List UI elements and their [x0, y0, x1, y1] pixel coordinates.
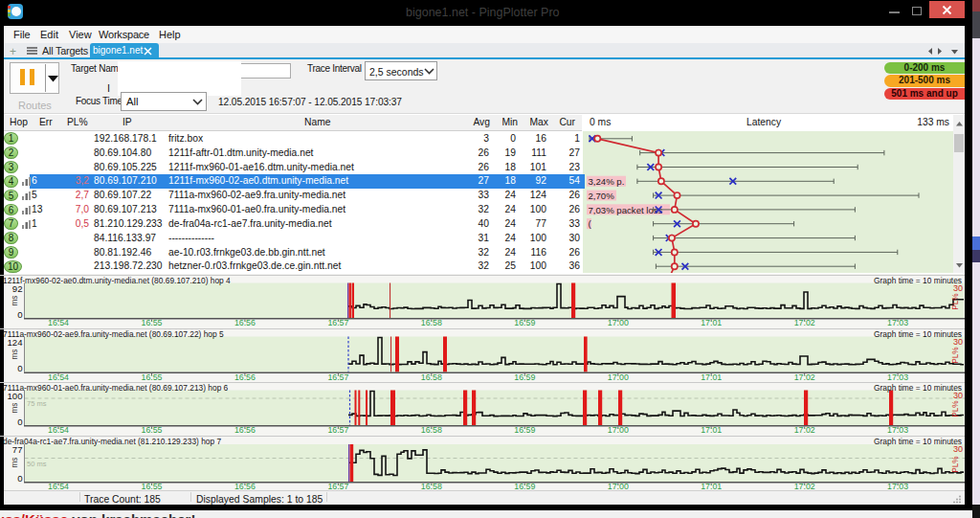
svg-text:30: 30	[953, 391, 963, 400]
svg-text:3,24% p.: 3,24% p.	[589, 176, 625, 187]
svg-text:17:02: 17:02	[794, 318, 815, 327]
svg-text:17:03: 17:03	[887, 318, 908, 327]
svg-text:17:01: 17:01	[701, 318, 722, 327]
svg-text:16:57: 16:57	[327, 482, 348, 490]
svg-text:Graph time = 10 minutes: Graph time = 10 minutes	[874, 329, 962, 339]
svg-text:2,70%: 2,70%	[589, 191, 615, 201]
svg-text:0: 0	[17, 363, 22, 373]
svg-text:ms: ms	[11, 296, 19, 306]
svg-text:30: 30	[953, 283, 963, 293]
svg-text:17:00: 17:00	[608, 425, 629, 435]
svg-text:17:00: 17:00	[608, 482, 629, 490]
svg-text:Graph time = 10 minutes: Graph time = 10 minutes	[874, 437, 962, 446]
svg-text:de-fra04a-rc1-ae7.fra.unity-me: de-fra04a-rc1-ae7.fra.unity-media.net (8…	[3, 437, 221, 446]
svg-text:17:01: 17:01	[701, 482, 722, 490]
svg-text:75 ms: 75 ms	[27, 399, 47, 408]
svg-text:7111a-mx960-01-ae0.fra.unity-m: 7111a-mx960-01-ae0.fra.unity-media.net (…	[3, 383, 229, 393]
svg-text:17:02: 17:02	[794, 372, 815, 382]
svg-text:17:01: 17:01	[701, 372, 722, 382]
svg-text:17:03: 17:03	[887, 482, 908, 490]
svg-text:7,03% packet loss: 7,03% packet loss	[589, 205, 663, 215]
svg-text:16:58: 16:58	[421, 372, 442, 382]
svg-text:16:55: 16:55	[141, 425, 162, 435]
svg-text:Graph time = 10 minutes: Graph time = 10 minutes	[874, 383, 962, 393]
svg-text:ms: ms	[11, 403, 19, 414]
svg-text:17:00: 17:00	[608, 318, 629, 327]
svg-text:0: 0	[17, 309, 22, 320]
svg-text:16:58: 16:58	[421, 425, 442, 435]
svg-text:17:00: 17:00	[608, 372, 629, 382]
svg-text:16:57: 16:57	[327, 425, 348, 435]
svg-text:PL%: PL%	[951, 293, 960, 309]
svg-text:17:01: 17:01	[701, 425, 722, 435]
svg-text:16:58: 16:58	[421, 482, 442, 490]
svg-text:16:58: 16:58	[421, 318, 442, 327]
svg-text:0: 0	[17, 417, 22, 427]
svg-text:16:56: 16:56	[234, 425, 256, 435]
svg-text:16:57: 16:57	[327, 372, 348, 382]
svg-text:16:59: 16:59	[514, 425, 535, 435]
svg-text:30: 30	[953, 444, 963, 454]
svg-text:16:54: 16:54	[48, 425, 69, 435]
svg-text:7111a-mx960-02-ae9.fra.unity-m: 7111a-mx960-02-ae9.fra.unity-media.net (…	[3, 329, 224, 339]
svg-text:17:02: 17:02	[794, 425, 815, 435]
svg-text:PL%: PL%	[951, 400, 960, 417]
svg-text:16:54: 16:54	[48, 318, 69, 327]
svg-text:16:54: 16:54	[48, 482, 69, 490]
svg-text:16:55: 16:55	[141, 318, 162, 327]
svg-text:16:56: 16:56	[234, 318, 256, 327]
svg-text:PL%: PL%	[951, 347, 960, 363]
svg-text:16:56: 16:56	[234, 482, 256, 490]
svg-text:17:03: 17:03	[887, 372, 908, 382]
svg-text:16:56: 16:56	[234, 372, 256, 382]
svg-text:ms: ms	[11, 458, 19, 468]
svg-text:1211f-mx960-02-ae0.dtm.unity-m: 1211f-mx960-02-ae0.dtm.unity-media.net (…	[3, 276, 231, 285]
svg-text:PL%: PL%	[951, 456, 960, 472]
svg-text:16:59: 16:59	[514, 482, 535, 490]
svg-text:Graph time = 10 minutes: Graph time = 10 minutes	[874, 276, 962, 285]
svg-text:30: 30	[953, 337, 963, 347]
svg-text:0: 0	[17, 473, 22, 484]
svg-text:50 ms: 50 ms	[27, 460, 47, 468]
svg-text:ms: ms	[11, 349, 19, 360]
svg-text:17:02: 17:02	[794, 482, 815, 490]
svg-text:16:57: 16:57	[327, 318, 348, 327]
svg-text:16:59: 16:59	[514, 318, 535, 327]
svg-text:16:55: 16:55	[141, 372, 162, 382]
svg-text:17:03: 17:03	[887, 425, 908, 435]
svg-text:16:59: 16:59	[514, 372, 535, 382]
svg-text:16:55: 16:55	[141, 482, 162, 490]
svg-text:16:54: 16:54	[48, 372, 69, 382]
